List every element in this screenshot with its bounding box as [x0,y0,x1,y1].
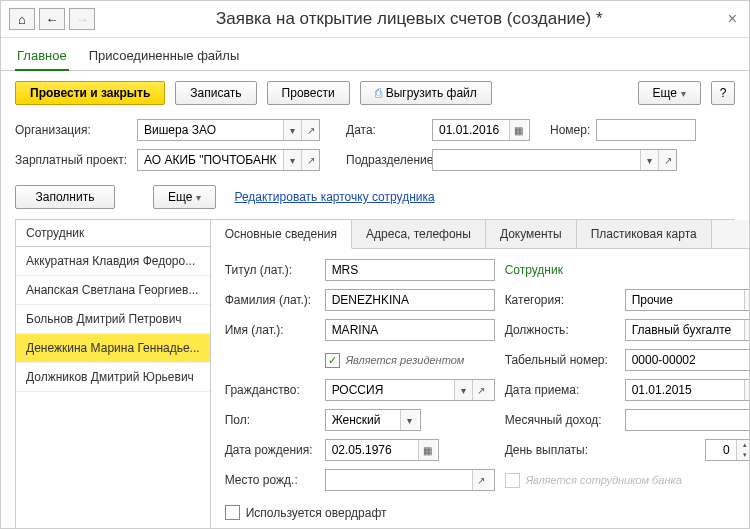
org-label: Организация: [15,123,131,137]
payday-input[interactable] [706,440,736,460]
edit-card-link[interactable]: Редактировать карточку сотрудника [234,190,434,204]
more2-button[interactable]: Еще [153,185,216,209]
dept-dropdown[interactable]: ▾ [640,150,658,170]
number-label: Номер: [550,123,590,137]
dept-open[interactable]: ↗ [658,150,676,170]
resident-checkbox[interactable]: ✓ [325,353,340,368]
detail-tab-main[interactable]: Основные сведения [211,220,352,249]
firstname-label: Имя (лат.): [225,323,315,337]
project-input[interactable] [138,150,283,170]
post-close-button[interactable]: Провести и закрыть [15,81,165,105]
tabnum-label: Табельный номер: [505,353,615,367]
lastname-label: Фамилия (лат.): [225,293,315,307]
close-icon[interactable]: × [724,10,741,28]
birthplace-input[interactable] [326,470,472,490]
citizen-open[interactable]: ↗ [472,380,490,400]
more-button[interactable]: Еще [638,81,701,105]
hiredate-input[interactable] [626,380,744,400]
category-dropdown[interactable]: ▾ [744,290,750,310]
employee-list-header: Сотрудник [16,220,210,247]
org-open[interactable]: ↗ [301,120,319,140]
employee-list: Сотрудник Аккуратная Клавдия Федоро... А… [16,220,211,529]
income-label: Месячный доход: [505,413,615,427]
hiredate-picker[interactable]: ▦ [744,380,750,400]
citizen-input[interactable] [326,380,454,400]
payday-down[interactable]: ▾ [736,450,750,460]
detail-tab-addr[interactable]: Адреса, телефоны [352,220,486,248]
birth-input[interactable] [326,440,418,460]
dept-input[interactable] [433,150,640,170]
fill-button[interactable]: Заполнить [15,185,115,209]
position-input[interactable] [626,320,744,340]
income-input[interactable] [626,410,750,430]
list-item[interactable]: Аккуратная Клавдия Федоро... [16,247,210,276]
lastname-input[interactable] [326,290,490,310]
list-item[interactable]: Должников Дмитрий Юрьевич [16,363,210,392]
bankemp-checkbox [505,473,520,488]
project-dropdown[interactable]: ▾ [283,150,301,170]
hiredate-label: Дата приема: [505,383,615,397]
page-title: Заявка на открытие лицевых счетов (созда… [99,5,720,33]
help-button[interactable]: ? [711,81,735,105]
export-icon: ⎙ [375,86,382,100]
gender-input[interactable] [326,410,400,430]
position-dropdown[interactable]: ▾ [744,320,750,340]
save-button[interactable]: Записать [175,81,256,105]
title-lat-input[interactable] [326,260,490,280]
post-button[interactable]: Провести [267,81,350,105]
firstname-input[interactable] [326,320,490,340]
org-dropdown[interactable]: ▾ [283,120,301,140]
birth-picker[interactable]: ▦ [418,440,436,460]
overdraft-checkbox[interactable] [225,505,240,520]
title-lat-label: Титул (лат.): [225,263,315,277]
back-button[interactable]: ← [39,8,65,30]
project-label: Зарплатный проект: [15,153,131,167]
project-open[interactable]: ↗ [301,150,319,170]
detail-tab-docs[interactable]: Документы [486,220,577,248]
citizen-dropdown[interactable]: ▾ [454,380,472,400]
export-button[interactable]: ⎙ Выгрузить файл [360,81,492,105]
forward-button: → [69,8,95,30]
payday-label: День выплаты: [505,443,615,457]
date-picker[interactable]: ▦ [509,120,527,140]
birthplace-open[interactable]: ↗ [472,470,490,490]
gender-label: Пол: [225,413,315,427]
tab-files[interactable]: Присоединенные файлы [87,44,242,70]
resident-label: Является резидентом [346,354,465,366]
birthplace-label: Место рожд.: [225,473,315,487]
list-item[interactable]: Больнов Дмитрий Петрович [16,305,210,334]
date-input[interactable] [433,120,509,140]
bankemp-label: Является сотрудником банка [526,474,682,486]
dept-label: Подразделение: [346,153,426,167]
list-item[interactable]: Денежкина Марина Геннадье... [16,334,210,363]
category-input[interactable] [626,290,744,310]
citizen-label: Гражданство: [225,383,315,397]
birth-label: Дата рождения: [225,443,315,457]
list-item[interactable]: Анапская Светлана Георгиев... [16,276,210,305]
home-button[interactable]: ⌂ [9,8,35,30]
category-label: Категория: [505,293,615,307]
position-label: Должность: [505,323,615,337]
gender-dropdown[interactable]: ▾ [400,410,418,430]
number-input[interactable] [597,120,693,140]
org-input[interactable] [138,120,283,140]
payday-up[interactable]: ▴ [736,440,750,450]
overdraft-label: Используется овердрафт [246,506,387,520]
tab-main[interactable]: Главное [15,44,69,71]
tabnum-input[interactable] [626,350,750,370]
date-label: Дата: [346,123,426,137]
employee-section-header: Сотрудник [505,263,615,277]
detail-tab-card[interactable]: Пластиковая карта [577,220,712,248]
